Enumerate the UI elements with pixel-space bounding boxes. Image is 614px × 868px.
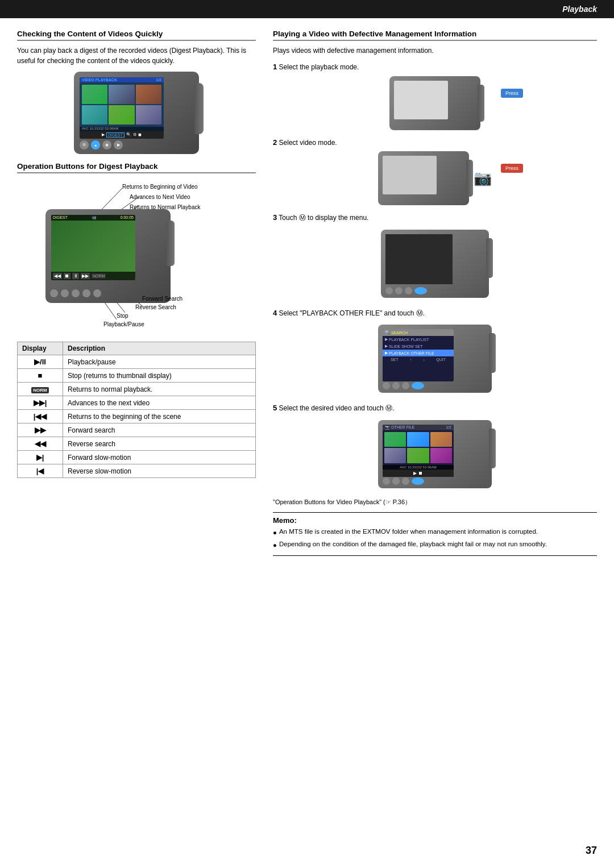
- bullet-2: ●: [273, 541, 277, 550]
- left-section-subtext: You can play back a digest of the record…: [17, 45, 256, 66]
- diagram-cam-body: DIGEST📹0:00:05 ◀◀ ⏹ ⏸ ▶▶ NORM: [45, 209, 171, 303]
- step3-cam: [381, 230, 489, 298]
- table-col2: Description: [63, 342, 256, 355]
- table-cell-desc: Returns to normal playback.: [63, 383, 256, 396]
- camera-mode-icon: 📷: [474, 169, 492, 187]
- bullet-1: ●: [273, 528, 277, 538]
- memo-item-1: ● An MTS file is created in the EXTMOV f…: [273, 527, 597, 538]
- press-btn-1: Press: [501, 89, 523, 98]
- camera-note: "Operation Buttons for Video Playback" (…: [273, 498, 597, 506]
- step2-text: 2 Select video mode.: [273, 137, 597, 148]
- step3-desc: Touch Ⓜ to display the menu.: [279, 214, 368, 222]
- step5-screen: 📷 OTHER FILE1/2 AVC 10.23152 53 06AM: [383, 425, 454, 477]
- table-cell-icon: ▶▶: [18, 423, 63, 437]
- step1-num: 1: [273, 63, 277, 71]
- right-column: Playing a Video with Defective Managemen…: [273, 30, 597, 556]
- table-row: NORMReturns to normal playback.: [18, 383, 256, 396]
- menu-item-other-file: PLAYBACK OTHER FILE: [389, 351, 434, 355]
- table-cell-desc: Forward slow-motion: [63, 451, 256, 464]
- main-content: Checking the Content of Videos Quickly Y…: [0, 18, 614, 567]
- step5-num: 5: [273, 404, 277, 412]
- ann-advances-next: Advances to Next Video: [130, 194, 190, 200]
- step2-cam-wrap: Press 📷: [273, 151, 597, 205]
- table-cell-icon: NORM: [18, 383, 63, 396]
- step3-text: 3 Touch Ⓜ to display the menu.: [273, 212, 597, 223]
- step3-cam-wrap: [273, 227, 597, 301]
- table-row: |◀◀Returns to the beginning of the scene: [18, 410, 256, 423]
- step2-desc: Select video mode.: [279, 139, 337, 147]
- page-container: Playback Checking the Content of Videos …: [0, 0, 614, 868]
- table-cell-desc: Reverse search: [63, 437, 256, 451]
- step4-cam: 🔍SEARCH ▶PLAYBACK PLAYLIST ▶SLIDE SHOW S…: [378, 325, 492, 393]
- table-cell-icon: ▶/II: [18, 355, 63, 369]
- table-row: ▶▶Forward search: [18, 423, 256, 437]
- table-cell-icon: ■: [18, 369, 63, 383]
- table-cell-icon: ▶|: [18, 451, 63, 464]
- step4-text: 4 Select "PLAYBACK OTHER FILE" and touch…: [273, 308, 597, 319]
- step1-screen: [394, 81, 448, 119]
- ann-playback-pause: Playback/Pause: [103, 321, 144, 327]
- step1-cam: [389, 76, 480, 130]
- table-row: ▶|Forward slow-motion: [18, 451, 256, 464]
- page-title: Playback: [562, 5, 597, 14]
- table-row: ▶▶|Advances to the next video: [18, 396, 256, 410]
- memo-section: Memo: ● An MTS file is created in the EX…: [273, 512, 597, 556]
- step2-screen: [383, 156, 437, 194]
- step4-desc: Select "PLAYBACK OTHER FILE" and touch Ⓜ…: [279, 309, 425, 317]
- memo-text-2: Depending on the condition of the damage…: [279, 539, 547, 549]
- step5-text: 5 Select the desired video and touch Ⓜ.: [273, 402, 597, 414]
- step4-screen: 🔍SEARCH ▶PLAYBACK PLAYLIST ▶SLIDE SHOW S…: [383, 329, 454, 381]
- ann-forward-search: Forward Search: [142, 296, 182, 302]
- step5-cam-wrap: 📷 OTHER FILE1/2 AVC 10.23152 53 06AM: [273, 417, 597, 491]
- table-cell-desc: Reverse slow-motion: [63, 464, 256, 478]
- memo-text-1: An MTS file is created in the EXTMOV fol…: [279, 527, 538, 537]
- step5-desc: Select the desired video and touch Ⓜ.: [279, 404, 395, 412]
- memo-item-2: ● Depending on the condition of the dama…: [273, 539, 597, 550]
- step4-cam-wrap: 🔍SEARCH ▶PLAYBACK PLAYLIST ▶SLIDE SHOW S…: [273, 322, 597, 396]
- step4-num: 4: [273, 309, 277, 317]
- table-row: ▶/IIPlayback/pause: [18, 355, 256, 369]
- digest-camcorder-image: VIDEO PLAYBACK1/2 AVC: [74, 72, 199, 154]
- menu-item-slideshow: SLIDE SHOW SET: [389, 344, 423, 348]
- right-section-subtext: Plays videos with defective management i…: [273, 45, 597, 56]
- display-table: Display Description ▶/IIPlayback/pause■S…: [17, 342, 256, 478]
- left-section-heading: Checking the Content of Videos Quickly: [17, 30, 256, 41]
- press-btn-2: Press: [501, 164, 523, 173]
- left-column: Checking the Content of Videos Quickly Y…: [17, 30, 256, 556]
- table-col1: Display: [18, 342, 63, 355]
- table-cell-icon: ▶▶|: [18, 396, 63, 410]
- ann-reverse-search: Reverse Search: [135, 304, 176, 310]
- right-section-heading: Playing a Video with Defective Managemen…: [273, 30, 597, 41]
- table-cell-icon: |◀◀: [18, 410, 63, 423]
- step5-cam: 📷 OTHER FILE1/2 AVC 10.23152 53 06AM: [378, 420, 492, 488]
- table-cell-icon: |◀: [18, 464, 63, 478]
- table-cell-icon: ◀◀: [18, 437, 63, 451]
- menu-item-search: SEARCH: [391, 331, 408, 335]
- menu-item-playlist: PLAYBACK PLAYLIST: [389, 338, 429, 342]
- table-cell-desc: Returns to the beginning of the scene: [63, 410, 256, 423]
- table-cell-desc: Advances to the next video: [63, 396, 256, 410]
- step2-num: 2: [273, 138, 277, 147]
- ann-returns-beginning: Returns to Beginning of Video: [122, 184, 198, 190]
- table-row: ■Stop (returns to thumbnail display): [18, 369, 256, 383]
- step3-num: 3: [273, 213, 277, 222]
- diagram-section-heading: Operation Buttons for Digest Playback: [17, 162, 256, 173]
- table-row: |◀Reverse slow-motion: [18, 464, 256, 478]
- step1-cam-wrap: Press: [273, 76, 597, 130]
- table-cell-desc: Stop (returns to thumbnail display): [63, 369, 256, 383]
- step2-cam: [378, 151, 469, 205]
- press-indicator-2: Press: [501, 164, 523, 173]
- step1-text: 1 Select the playback mode.: [273, 61, 597, 73]
- norm-badge: NORM: [31, 387, 48, 393]
- memo-label: Memo:: [273, 516, 597, 525]
- table-cell-desc: Forward search: [63, 423, 256, 437]
- table-cell-desc: Playback/pause: [63, 355, 256, 369]
- step3-screen: [385, 234, 453, 284]
- top-header: Playback: [0, 0, 614, 18]
- diagram-area: Returns to Beginning of Video Advances t…: [28, 178, 244, 337]
- ann-stop: Stop: [117, 313, 128, 319]
- table-row: ◀◀Reverse search: [18, 437, 256, 451]
- step1-desc: Select the playback mode.: [279, 63, 359, 71]
- page-number: 37: [586, 845, 597, 857]
- press-indicator-1: Press: [501, 89, 523, 98]
